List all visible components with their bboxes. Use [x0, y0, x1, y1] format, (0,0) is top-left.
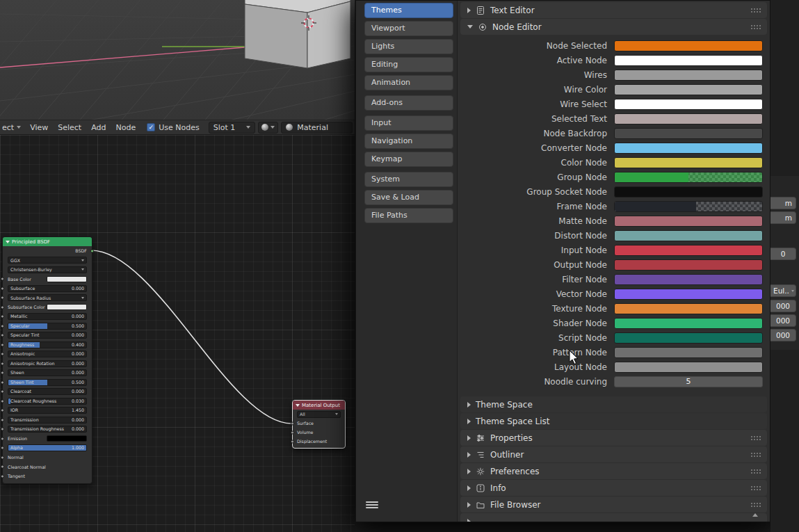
color-swatch-node-backdrop[interactable] — [614, 128, 763, 139]
hamburger-menu-button[interactable] — [366, 500, 378, 510]
edge-field-m[interactable]: m — [770, 211, 796, 224]
node-slider-alpha[interactable]: Alpha1.000 — [8, 444, 87, 451]
node-slider-specular-tint[interactable]: Specular Tint0.000 — [8, 332, 87, 339]
collapse-arrow-icon[interactable] — [6, 241, 10, 243]
sidebar-item-editing[interactable]: Editing — [364, 57, 453, 72]
sidebar-item-save-load[interactable]: Save & Load — [364, 190, 453, 205]
color-swatch-node-selected[interactable] — [614, 40, 763, 51]
shader-editor-canvas[interactable]: Principled BSDF BSDF GGXChristensen-Burl… — [0, 135, 355, 532]
browse-material-dropdown[interactable] — [258, 122, 278, 134]
sidebar-item-navigation[interactable]: Navigation — [364, 134, 453, 149]
collapse-arrow-icon[interactable] — [296, 404, 300, 407]
node-slider-clearcoat-roughness[interactable]: Clearcoat Roughness0.030 — [8, 398, 87, 405]
color-swatch-wire-select[interactable] — [614, 99, 763, 110]
color-swatch-filter-node[interactable] — [614, 274, 763, 285]
input-socket[interactable] — [1, 343, 4, 346]
node-slider-subsurface[interactable]: Subsurface0.000 — [8, 285, 87, 292]
node-slider-anisotropic[interactable]: Anisotropic0.000 — [8, 350, 87, 357]
edge-field-0[interactable]: 0 — [770, 248, 796, 260]
input-socket[interactable] — [1, 465, 4, 469]
section-theme-space[interactable]: Theme Space — [460, 396, 767, 412]
menu-add[interactable]: Add — [91, 123, 106, 132]
principled-bsdf-node[interactable]: Principled BSDF BSDF GGXChristensen-Burl… — [2, 236, 92, 484]
node-slider-clearcoat[interactable]: Clearcoat0.000 — [8, 388, 87, 395]
input-socket[interactable] — [1, 305, 4, 309]
node-slider-transmission[interactable]: Transmission0.000 — [8, 417, 87, 424]
color-swatch-wires[interactable] — [614, 70, 763, 81]
node-slider-metallic[interactable]: Metallic0.000 — [8, 313, 87, 320]
input-socket[interactable] — [1, 287, 4, 290]
drag-grip[interactable] — [750, 8, 761, 13]
menu-view[interactable]: View — [30, 123, 48, 132]
edge-field-000[interactable]: 000 — [770, 314, 796, 327]
section-outliner[interactable]: Outliner — [460, 446, 767, 462]
use-nodes-checkbox[interactable]: ✓ — [147, 123, 155, 131]
node-color-field-subsurface-color[interactable] — [47, 304, 87, 310]
input-socket[interactable] — [1, 474, 4, 478]
input-socket[interactable] — [1, 315, 4, 319]
color-swatch-converter-node[interactable] — [614, 143, 763, 154]
input-socket[interactable] — [1, 437, 4, 440]
color-swatch-texture-node[interactable] — [614, 303, 763, 314]
sidebar-item-viewport[interactable]: Viewport — [364, 21, 453, 36]
drag-grip[interactable] — [750, 502, 761, 508]
node-slider-specular[interactable]: Specular0.500 — [8, 323, 87, 330]
color-swatch-wire-color[interactable] — [614, 84, 763, 95]
node-color-field-emission[interactable] — [47, 435, 87, 442]
sidebar-item-add-ons[interactable]: Add-ons — [364, 95, 453, 111]
node-slider-transmission-roughness[interactable]: Transmission Roughness0.000 — [8, 426, 87, 433]
node-slider-sheen-tint[interactable]: Sheen Tint0.500 — [8, 379, 87, 386]
section-partial-cut[interactable] — [460, 513, 767, 522]
node-slider-anisotropic-rotation[interactable]: Anisotropic Rotation0.000 — [8, 360, 87, 367]
color-swatch-distort-node[interactable] — [614, 230, 763, 241]
node-slider-roughness[interactable]: Roughness0.400 — [8, 341, 87, 348]
node-slider-ior[interactable]: IOR1.450 — [8, 407, 87, 414]
material-output-header[interactable]: Material Output — [293, 401, 345, 410]
sidebar-item-themes[interactable]: Themes — [364, 3, 453, 18]
material-output-node[interactable]: Material Output All SurfaceVolumeDisplac… — [292, 400, 346, 449]
input-socket[interactable] — [1, 399, 4, 403]
edge-field-m[interactable]: m — [770, 197, 796, 209]
color-swatch-selected-text[interactable] — [614, 113, 763, 124]
section-preferences[interactable]: Preferences — [460, 463, 767, 479]
section-node-editor[interactable]: Node Editor — [460, 19, 767, 35]
drag-grip[interactable] — [750, 485, 761, 491]
input-socket[interactable] — [1, 324, 4, 328]
input-socket[interactable] — [291, 421, 294, 425]
color-swatch-input-node[interactable] — [614, 245, 763, 256]
input-socket[interactable] — [1, 418, 4, 421]
color-swatch-active-node[interactable] — [614, 55, 763, 66]
drag-grip[interactable] — [750, 452, 761, 458]
sidebar-item-file-paths[interactable]: File Paths — [364, 208, 453, 223]
section-properties[interactable]: Properties — [460, 430, 767, 446]
input-socket[interactable] — [1, 334, 4, 337]
input-socket[interactable] — [1, 380, 4, 384]
edge-field-000[interactable]: 000 — [770, 329, 796, 341]
color-swatch-group-node[interactable] — [614, 172, 763, 183]
node-dropdown-christensen-burley[interactable]: Christensen-Burley — [8, 266, 87, 273]
color-swatch-layout-node[interactable] — [614, 362, 763, 373]
input-socket[interactable] — [291, 440, 294, 443]
color-swatch-color-node[interactable] — [614, 157, 763, 168]
color-swatch-script-node[interactable] — [614, 332, 763, 344]
input-socket[interactable] — [1, 277, 4, 281]
drag-grip[interactable] — [750, 435, 761, 441]
node-color-field-base-color[interactable] — [47, 276, 87, 282]
color-swatch-pattern-node[interactable] — [614, 347, 763, 358]
section-text-editor[interactable]: Text Editor — [460, 2, 767, 18]
node-slider-sheen[interactable]: Sheen0.000 — [8, 369, 87, 376]
input-socket[interactable] — [1, 446, 4, 450]
menu-node[interactable]: Node — [115, 123, 136, 132]
color-swatch-matte-node[interactable] — [614, 216, 763, 227]
drag-grip[interactable] — [750, 469, 761, 474]
scroll-up-indicator[interactable] — [752, 513, 758, 517]
color-swatch-frame-node[interactable] — [614, 201, 763, 212]
sidebar-item-system[interactable]: System — [364, 172, 453, 187]
noodle-curving-field[interactable]: 5 — [614, 376, 763, 387]
section-file-browser[interactable]: File Browser — [460, 497, 767, 513]
input-socket[interactable] — [1, 390, 4, 394]
node-dropdown-ggx[interactable]: GGX — [8, 257, 87, 264]
section-info[interactable]: Info — [460, 480, 767, 496]
editor-type-dropdown[interactable]: ect — [2, 123, 21, 132]
section-theme-space-list[interactable]: Theme Space List — [460, 413, 767, 429]
